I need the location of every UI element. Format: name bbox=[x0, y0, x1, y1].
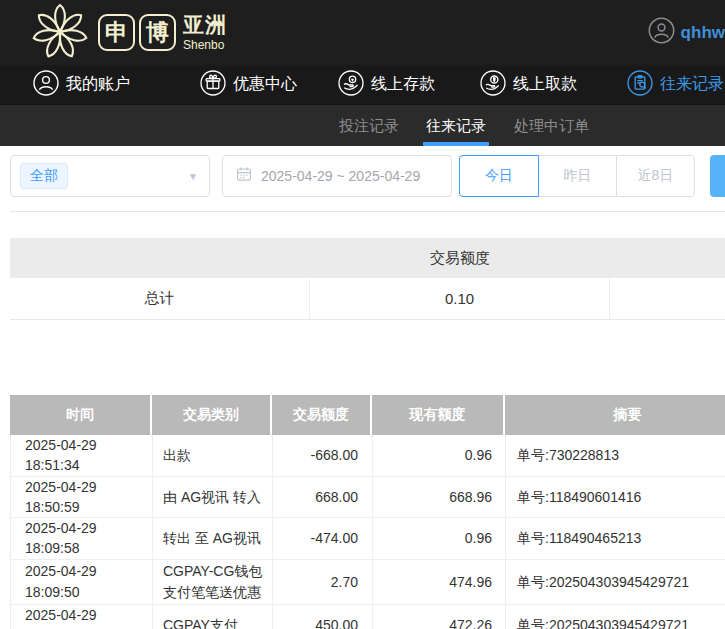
brand-region: 亚洲 Shenbo bbox=[183, 14, 227, 51]
summary-table: 交易额度 总计 0.10 bbox=[10, 238, 725, 320]
last-8-days-button[interactable]: 近8日 bbox=[616, 155, 695, 197]
cell-balance: 472.26 bbox=[373, 605, 506, 629]
yesterday-button[interactable]: 昨日 bbox=[538, 155, 617, 197]
chevron-down-icon: ▼ bbox=[188, 171, 198, 182]
cell-balance: 474.96 bbox=[373, 560, 506, 604]
flower-logo-icon bbox=[30, 2, 90, 66]
cell-memo: 单号:118490465213 bbox=[506, 518, 725, 559]
cell-type: 由 AG视讯 转入 bbox=[153, 477, 273, 518]
transaction-records-page: 申 博 亚洲 Shenbo qhhw bbox=[0, 0, 725, 629]
search-button[interactable] bbox=[710, 155, 725, 197]
cell-balance: 0.96 bbox=[373, 435, 506, 476]
username[interactable]: qhhw bbox=[681, 23, 725, 43]
filter-divider bbox=[10, 211, 725, 212]
cell-balance: 0.96 bbox=[373, 518, 506, 559]
summary-total-label: 总计 bbox=[10, 278, 310, 319]
cell-memo: 单号:202504303945429721 bbox=[506, 560, 725, 604]
quick-date-buttons: 今日 昨日 近8日 bbox=[459, 155, 695, 197]
brand-region-en: Shenbo bbox=[183, 39, 227, 51]
date-range-picker[interactable]: 2025-04-29 ~ 2025-04-29 bbox=[222, 155, 452, 197]
type-select[interactable]: 全部 ▼ bbox=[10, 155, 210, 197]
type-select-tag[interactable]: 全部 bbox=[20, 163, 68, 189]
col-header-balance: 现有额度 bbox=[372, 395, 505, 435]
summary-total-row: 总计 0.10 bbox=[10, 278, 725, 320]
brand-region-cn: 亚洲 bbox=[183, 14, 227, 35]
cell-memo: 单号:202504303945429721 bbox=[506, 605, 725, 629]
date-range-value: 2025-04-29 ~ 2025-04-29 bbox=[261, 168, 420, 184]
cell-amount: 668.00 bbox=[273, 477, 373, 518]
nav-item-my-account[interactable]: 我的账户 bbox=[33, 65, 130, 104]
table-row: 2025-04-29 18:09:50 CGPAY-CG钱包支付笔笔送优惠 2.… bbox=[10, 560, 725, 605]
user-area[interactable]: qhhw bbox=[648, 0, 725, 65]
table-row: 2025-04-29 18:09:50 CGPAY支付 450.00 472.2… bbox=[10, 605, 725, 629]
brand-char-bo: 博 bbox=[139, 14, 176, 51]
records-icon bbox=[627, 70, 653, 100]
records-table-header: 时间 交易类别 交易额度 现有额度 摘要 bbox=[10, 395, 725, 435]
cell-type: 出款 bbox=[153, 435, 273, 476]
cell-time: 2025-04-29 18:09:58 bbox=[11, 518, 153, 559]
tab-betting-records[interactable]: 投注记录 bbox=[337, 105, 401, 146]
col-header-type: 交易类别 bbox=[152, 395, 272, 435]
user-avatar-icon bbox=[648, 17, 675, 48]
main-nav: 我的账户 优惠中心 bbox=[0, 65, 725, 104]
table-row: 2025-04-29 18:09:58 转出 至 AG视讯 -474.00 0.… bbox=[10, 518, 725, 560]
cell-memo: 单号:730228813 bbox=[506, 435, 725, 476]
cell-memo: 单号:118490601416 bbox=[506, 477, 725, 518]
gift-icon bbox=[200, 70, 226, 100]
col-header-time: 时间 bbox=[10, 395, 152, 435]
sub-nav: 投注记录 往来记录 处理中订单 bbox=[0, 104, 725, 146]
records-table: 时间 交易类别 交易额度 现有额度 摘要 2025-04-29 18:51:34… bbox=[10, 395, 725, 629]
cell-amount: 450.00 bbox=[273, 605, 373, 629]
nav-item-label: 线上存款 bbox=[371, 74, 435, 95]
deposit-icon bbox=[338, 70, 364, 100]
cell-balance: 668.96 bbox=[373, 477, 506, 518]
nav-item-promotions[interactable]: 优惠中心 bbox=[200, 65, 297, 104]
cell-type: CGPAY支付 bbox=[153, 605, 273, 629]
calendar-icon bbox=[223, 166, 252, 186]
today-button[interactable]: 今日 bbox=[459, 155, 539, 197]
brand-char-shen: 申 bbox=[98, 14, 135, 51]
summary-total-value: 0.10 bbox=[310, 278, 610, 319]
summary-empty-cell bbox=[610, 278, 725, 319]
cell-amount: -474.00 bbox=[273, 518, 373, 559]
nav-item-transaction-records[interactable]: 往来记录 bbox=[627, 65, 724, 104]
withdraw-icon bbox=[480, 70, 506, 100]
col-header-memo: 摘要 bbox=[505, 395, 725, 435]
account-icon bbox=[33, 70, 59, 100]
nav-item-online-withdrawal[interactable]: 线上取款 bbox=[480, 65, 577, 104]
tab-processing-orders[interactable]: 处理中订单 bbox=[512, 105, 591, 146]
summary-col-header: 交易额度 bbox=[310, 238, 610, 278]
app-header: 申 博 亚洲 Shenbo qhhw bbox=[0, 0, 725, 65]
col-header-amount: 交易额度 bbox=[272, 395, 372, 435]
summary-header-row: 交易额度 bbox=[10, 238, 725, 278]
nav-item-online-deposit[interactable]: 线上存款 bbox=[338, 65, 435, 104]
cell-type: CGPAY-CG钱包支付笔笔送优惠 bbox=[153, 560, 273, 604]
nav-item-label: 往来记录 bbox=[660, 74, 724, 95]
cell-time: 2025-04-29 18:50:59 bbox=[11, 477, 153, 518]
cell-time: 2025-04-29 18:09:50 bbox=[11, 605, 153, 629]
tab-transaction-records[interactable]: 往来记录 bbox=[424, 105, 488, 146]
nav-item-label: 线上取款 bbox=[513, 74, 577, 95]
cell-time: 2025-04-29 18:09:50 bbox=[11, 560, 153, 604]
cell-amount: -668.00 bbox=[273, 435, 373, 476]
nav-item-label: 我的账户 bbox=[66, 74, 130, 95]
cell-type: 转出 至 AG视讯 bbox=[153, 518, 273, 559]
cell-amount: 2.70 bbox=[273, 560, 373, 604]
table-row: 2025-04-29 18:50:59 由 AG视讯 转入 668.00 668… bbox=[10, 477, 725, 519]
table-row: 2025-04-29 18:51:34 出款 -668.00 0.96 单号:7… bbox=[10, 435, 725, 477]
cell-time: 2025-04-29 18:51:34 bbox=[11, 435, 153, 476]
nav-item-label: 优惠中心 bbox=[233, 74, 297, 95]
